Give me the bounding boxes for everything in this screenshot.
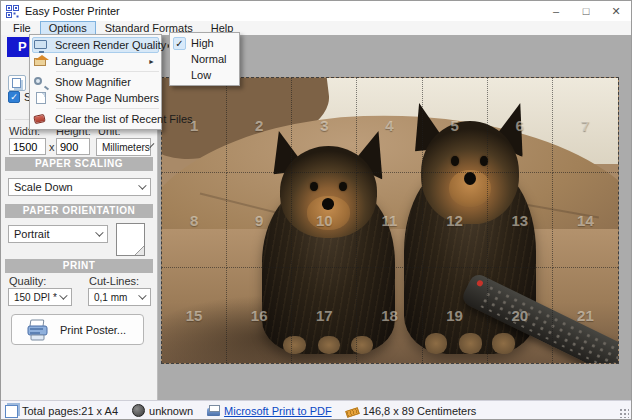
page-number: 19 [446,307,463,324]
page-number: 6 [516,117,524,134]
page-number: 11 [382,212,398,229]
poster-page-cell: 8 [162,173,227,268]
unit-combobox[interactable]: Millimeters [96,138,151,156]
page-number: 3 [320,117,328,134]
poster-size-status: 146,8 x 89 Centimeters [363,405,477,417]
poster-page-cell: 12 [423,173,488,268]
paper-orientation-header: PAPER ORIENTATION [5,204,153,218]
dimension-separator: x [49,141,55,153]
print-poster-button[interactable]: Print Poster... [11,314,144,345]
language-icon [34,58,46,66]
title-bar: Easy Poster Printer – □ ✕ [1,1,631,21]
preview-canvas: 123456789101112131415161718192021 [158,35,632,400]
window-title: Easy Poster Printer [25,5,120,17]
image-icon [12,78,21,88]
poster-page-cell: 4 [357,78,422,173]
menu-file[interactable]: File [4,21,40,35]
app-window: Easy Poster Printer – □ ✕ File Options S… [0,0,632,420]
poster-page-cell: 1 [162,78,227,173]
submenu-item-low[interactable]: Low [170,67,239,83]
page-number: 18 [381,307,398,324]
poster-grid: 123456789101112131415161718192021 [162,78,618,363]
submenu-item-normal[interactable]: Normal [170,51,239,67]
cutlines-value: 0,1 mm [94,292,127,303]
quality-combobox[interactable]: 150 DPI * [8,288,72,306]
menu-separator [56,108,159,109]
poster-page-cell: 14 [553,173,618,268]
unit-value: Millimeters [102,142,150,153]
poster-page-cell: 18 [357,268,422,363]
page-number: 20 [511,307,528,324]
menu-bar: File Options Standard Formats Help [1,21,631,35]
close-button[interactable]: ✕ [601,1,631,21]
render-quality-submenu: ✓ High Normal Low [169,32,240,86]
poster-page-cell: 11 [357,173,422,268]
chevron-down-icon [59,291,67,299]
paper-orientation-combobox[interactable]: Portrait [8,225,108,243]
poster-page-cell: 5 [423,78,488,173]
page-number: 14 [577,212,594,229]
clear-recent-icon [33,114,45,124]
chevron-down-icon [149,143,154,148]
page-number: 10 [316,212,333,229]
poster-page-cell: 2 [227,78,292,173]
page-number: 15 [186,307,203,324]
poster-page-cell: 15 [162,268,227,363]
menu-separator [56,71,159,72]
page-number: 4 [385,117,393,134]
printer-link[interactable]: Microsoft Print to PDF [224,405,332,417]
color-profile-icon [132,404,145,417]
screen-quality-icon [34,40,47,49]
menu-item-clear-recent-files[interactable]: Clear the list of Recent Files [30,111,161,127]
pages-icon [5,405,18,418]
menu-item-screen-render-quality[interactable]: Screen Render Quality ► [32,37,159,53]
poster-page-cell: 6 [488,78,553,173]
submenu-arrow-icon: ► [148,58,155,65]
poster-page-cell: 13 [488,173,553,268]
page-number: 12 [446,212,463,229]
print-header: PRINT [5,259,153,273]
minimize-button[interactable]: – [541,1,571,21]
color-profile-status: unknown [149,405,193,417]
page-number: 13 [511,212,528,229]
options-dropdown-menu: Screen Render Quality ► Language ► Show … [29,34,162,130]
submenu-item-high[interactable]: ✓ High [170,35,239,51]
page-number: 21 [577,307,594,324]
menu-options[interactable]: Options [40,21,96,35]
checkbox-checked-icon[interactable]: ✓ [8,91,20,103]
poster-page-cell: 21 [553,268,618,363]
poster-page-cell: 3 [292,78,357,173]
poster-page-cell: 16 [227,268,292,363]
paper-scaling-value: Scale Down [14,181,73,193]
chevron-down-icon [95,228,103,236]
printer-status-icon [207,408,220,416]
menu-item-language[interactable]: Language ► [30,53,161,69]
paper-scaling-combobox[interactable]: Scale Down [8,178,151,196]
total-pages-status: Total pages:21 x A4 [22,405,118,417]
height-input[interactable] [56,138,90,155]
paper-orientation-value: Portrait [14,228,49,240]
menu-item-show-page-numbers[interactable]: Show Page Numbers [30,90,161,106]
page-number: 9 [255,212,263,229]
poster-page-cell: 7 [553,78,618,173]
chevron-down-icon [138,291,146,299]
width-input[interactable] [9,138,46,155]
printer-icon [26,319,50,341]
stretch-checkbox-row[interactable]: ✓ S [8,91,31,103]
resize-grip[interactable] [619,408,629,418]
page-number: 2 [255,117,263,134]
app-icon[interactable] [6,5,19,18]
image-tool-button[interactable] [8,75,26,91]
page-number: 16 [251,307,268,324]
checkmark-placeholder [173,69,186,82]
page-number: 7 [581,117,589,134]
page-numbers-icon [36,92,46,104]
poster-photo[interactable]: 123456789101112131415161718192021 [161,77,619,364]
cutlines-combobox[interactable]: 0,1 mm [88,288,151,306]
ruler-icon [345,407,360,418]
chevron-down-icon [138,181,146,189]
cutlines-label: Cut-Lines: [89,275,139,287]
status-bar: Total pages:21 x A4 unknown Microsoft Pr… [1,400,631,420]
maximize-button[interactable]: □ [571,1,601,21]
menu-item-show-magnifier[interactable]: Show Magnifier [30,74,161,90]
